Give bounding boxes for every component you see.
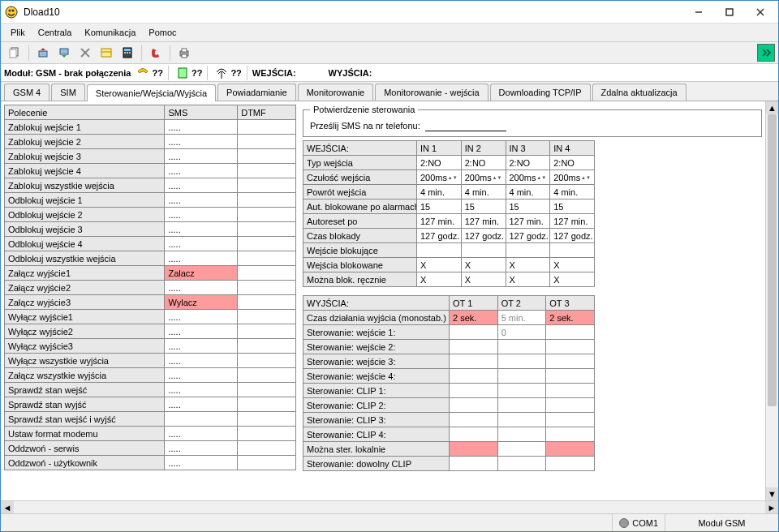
dtmf-cell[interactable]	[238, 251, 296, 266]
scroll-left-icon[interactable]: ◄	[1, 501, 14, 513]
value-cell[interactable]: 127 min.	[506, 214, 550, 229]
dtmf-cell[interactable]	[238, 193, 296, 208]
value-cell[interactable]: X	[417, 272, 462, 287]
dtmf-cell[interactable]	[238, 397, 296, 412]
value-cell[interactable]: 4 min.	[550, 185, 595, 200]
sms-cell[interactable]: .....	[165, 368, 238, 383]
value-cell[interactable]: 127 min.	[550, 214, 595, 229]
dtmf-cell[interactable]	[238, 427, 296, 441]
toolbar-read-button[interactable]	[34, 44, 52, 62]
col-ot2[interactable]: OT 2	[497, 296, 546, 311]
value-cell[interactable]	[546, 457, 595, 471]
dtmf-cell[interactable]	[238, 339, 296, 354]
tab-powiadamianie[interactable]: Powiadamianie	[217, 84, 296, 101]
dtmf-cell[interactable]	[238, 281, 296, 295]
vertical-scrollbar[interactable]: ▲ ▼	[765, 101, 778, 500]
scroll-thumb[interactable]	[768, 114, 777, 406]
sms-cell[interactable]: .....	[165, 149, 238, 164]
value-cell[interactable]	[497, 354, 546, 369]
tab-sim[interactable]: SIM	[51, 84, 85, 101]
sms-cell[interactable]: .....	[165, 164, 238, 178]
value-cell[interactable]	[546, 427, 595, 442]
value-cell[interactable]	[497, 427, 546, 442]
value-cell[interactable]	[546, 325, 595, 340]
dtmf-cell[interactable]	[238, 266, 296, 281]
tab-sterowanie-wej-cia-wyj-cia[interactable]: Sterowanie/Wejścia/Wyjścia	[87, 84, 216, 101]
value-cell[interactable]: X	[506, 272, 550, 287]
value-cell[interactable]	[546, 384, 595, 398]
value-cell[interactable]: 15	[417, 200, 462, 214]
value-cell[interactable]: 5 min.	[497, 311, 546, 325]
col-polecenie[interactable]: Polecenie	[5, 105, 165, 120]
sms-cell[interactable]: .....	[165, 135, 238, 149]
dtmf-cell[interactable]	[238, 120, 296, 135]
sms-cell[interactable]: .....	[165, 281, 238, 295]
col-in4[interactable]: IN 4	[550, 141, 595, 156]
value-cell[interactable]	[450, 384, 498, 398]
value-cell[interactable]	[506, 243, 550, 258]
dtmf-cell[interactable]	[238, 149, 296, 164]
value-cell[interactable]	[450, 354, 498, 369]
dtmf-cell[interactable]	[238, 383, 296, 397]
value-cell[interactable]: 200ms▲▼	[461, 170, 506, 185]
value-cell[interactable]	[497, 442, 546, 457]
value-cell[interactable]	[450, 442, 498, 457]
col-in1[interactable]: IN 1	[417, 141, 462, 156]
col-dtmf[interactable]: DTMF	[238, 105, 296, 120]
dtmf-cell[interactable]	[238, 295, 296, 310]
value-cell[interactable]: 127 godz.	[461, 229, 506, 243]
value-cell[interactable]: 127 min.	[417, 214, 462, 229]
value-cell[interactable]: X	[550, 258, 595, 272]
dtmf-cell[interactable]	[238, 456, 296, 470]
dtmf-cell[interactable]	[238, 310, 296, 324]
toolbar-cancel-button[interactable]	[76, 44, 94, 62]
value-cell[interactable]	[497, 413, 546, 427]
sms-cell[interactable]: Wylacz	[165, 295, 238, 310]
value-cell[interactable]	[461, 243, 506, 258]
value-cell[interactable]: 4 min.	[417, 185, 462, 200]
tab-downloading-tcp-ip[interactable]: Downloading TCP/IP	[490, 84, 591, 101]
toolbar-event-button[interactable]	[97, 44, 115, 62]
sms-cell[interactable]: .....	[165, 251, 238, 266]
value-cell[interactable]: X	[417, 258, 462, 272]
dtmf-cell[interactable]	[238, 208, 296, 222]
scroll-up-icon[interactable]: ▲	[766, 101, 778, 114]
dtmf-cell[interactable]	[238, 164, 296, 178]
value-cell[interactable]: 127 min.	[461, 214, 506, 229]
sms-cell[interactable]: .....	[165, 222, 238, 237]
toolbar-write-button[interactable]	[55, 44, 73, 62]
value-cell[interactable]	[450, 325, 498, 340]
value-cell[interactable]: 15	[506, 200, 550, 214]
value-cell[interactable]: 200ms▲▼	[550, 170, 595, 185]
value-cell[interactable]: 127 godz.	[506, 229, 550, 243]
maximize-button[interactable]	[715, 2, 744, 22]
sms-cell[interactable]: .....	[165, 310, 238, 324]
tab-monitorowanie[interactable]: Monitorowanie	[298, 84, 374, 101]
sms-cell[interactable]: .....	[165, 427, 238, 441]
sms-cell[interactable]: .....	[165, 237, 238, 251]
toolbar-calc-button[interactable]	[118, 44, 136, 62]
value-cell[interactable]: 127 godz.	[417, 229, 462, 243]
sms-cell[interactable]: .....	[165, 456, 238, 470]
sms-cell[interactable]: .....	[165, 193, 238, 208]
toolbar-print-button[interactable]	[175, 44, 193, 62]
value-cell[interactable]	[546, 413, 595, 427]
value-cell[interactable]: X	[461, 272, 506, 287]
value-cell[interactable]	[450, 457, 498, 471]
value-cell[interactable]: 2:NO	[461, 156, 506, 170]
dtmf-cell[interactable]	[238, 135, 296, 149]
value-cell[interactable]: 200ms▲▼	[506, 170, 550, 185]
dtmf-cell[interactable]	[238, 324, 296, 339]
col-in2[interactable]: IN 2	[461, 141, 506, 156]
value-cell[interactable]: 0	[497, 325, 546, 340]
value-cell[interactable]: 4 min.	[506, 185, 550, 200]
value-cell[interactable]	[497, 457, 546, 471]
value-cell[interactable]	[546, 354, 595, 369]
value-cell[interactable]	[450, 413, 498, 427]
toolbar-connect-button[interactable]	[757, 44, 775, 62]
sms-cell[interactable]: .....	[165, 383, 238, 397]
tab-zdalna-aktualizacja[interactable]: Zdalna aktualizacja	[592, 84, 686, 101]
value-cell[interactable]	[450, 369, 498, 384]
menu-pomoc[interactable]: Pomoc	[142, 25, 183, 40]
value-cell[interactable]	[497, 369, 546, 384]
